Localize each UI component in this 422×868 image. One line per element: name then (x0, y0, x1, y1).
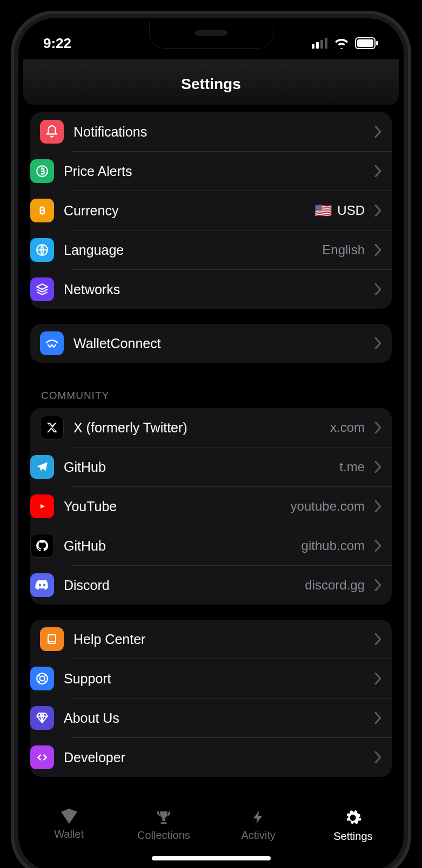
row-value: x.com (330, 420, 365, 435)
wallet-tab-icon (59, 809, 79, 825)
phone-frame: 9:22 Settings Notifications (11, 11, 411, 868)
row-developer[interactable]: Developer (71, 737, 392, 777)
row-value: youtube.com (291, 499, 365, 514)
svg-rect-2 (320, 40, 323, 49)
chevron-right-icon (374, 337, 382, 349)
chevron-right-icon (374, 579, 382, 591)
bitcoin-icon (30, 199, 54, 222)
chevron-right-icon (374, 283, 382, 295)
row-label: Networks (64, 282, 365, 297)
cellular-icon (312, 38, 328, 49)
row-x-twitter[interactable]: X (formerly Twitter) x.com (30, 408, 392, 447)
chevron-right-icon (374, 205, 382, 216)
currency-code: USD (337, 203, 365, 218)
svg-rect-5 (357, 39, 373, 47)
row-value: English (322, 242, 365, 257)
notch (149, 22, 273, 49)
svg-rect-6 (376, 41, 378, 45)
row-youtube[interactable]: YouTube youtube.com (71, 486, 392, 526)
status-time: 9:22 (43, 35, 71, 52)
chevron-right-icon (374, 751, 382, 763)
row-label: Price Alerts (64, 164, 365, 179)
code-icon (30, 745, 54, 769)
gear-tab-icon (344, 809, 362, 827)
row-label: YouTube (64, 499, 281, 514)
header: Settings (23, 59, 399, 105)
row-label: Support (64, 671, 365, 687)
bell-icon (40, 120, 64, 144)
chevron-right-icon (374, 165, 382, 177)
chevron-right-icon (374, 712, 382, 724)
chevron-right-icon (374, 461, 382, 473)
row-discord[interactable]: Discord discord.gg (71, 565, 392, 605)
row-label: GitHub (64, 459, 330, 475)
screen: 9:22 Settings Notifications (22, 22, 400, 868)
globe-icon (30, 238, 54, 262)
page-title: Settings (23, 76, 399, 93)
home-indicator[interactable] (152, 856, 271, 860)
discord-icon (30, 573, 54, 597)
lifebuoy-icon (30, 667, 54, 690)
tab-label: Collections (137, 829, 190, 842)
settings-group-community: X (formerly Twitter) x.com GitHub t.me (30, 408, 392, 605)
chevron-right-icon (374, 244, 382, 256)
content[interactable]: Notifications Price Alerts Currency (22, 105, 400, 803)
youtube-icon (30, 494, 54, 518)
row-label: Language (64, 242, 312, 258)
diamond-icon (30, 706, 54, 730)
trophy-tab-icon (155, 809, 173, 826)
telegram-icon (30, 455, 54, 479)
row-language[interactable]: Language English (71, 230, 392, 269)
row-label: Developer (64, 750, 365, 765)
book-icon (40, 627, 64, 651)
row-label: Notifications (73, 124, 365, 140)
settings-group-help: Help Center Support About Us (30, 620, 392, 777)
row-price-alerts[interactable]: Price Alerts (71, 151, 392, 191)
battery-icon (355, 37, 379, 49)
row-support[interactable]: Support (71, 659, 392, 698)
tab-label: Settings (333, 830, 372, 843)
tab-label: Activity (241, 829, 275, 842)
row-networks[interactable]: Networks (71, 269, 392, 309)
row-currency[interactable]: Currency 🇺🇸 USD (71, 191, 392, 230)
row-label: GitHub (64, 538, 292, 554)
row-label: About Us (64, 710, 365, 726)
status-icons (312, 37, 379, 49)
tab-wallet[interactable]: Wallet (22, 809, 116, 868)
chevron-right-icon (374, 673, 382, 684)
row-label: Discord (64, 578, 295, 593)
row-notifications[interactable]: Notifications (30, 112, 392, 151)
tab-label: Wallet (54, 828, 84, 840)
svg-point-12 (40, 676, 45, 681)
chevron-right-icon (374, 633, 382, 645)
wifi-icon (333, 37, 350, 49)
svg-rect-1 (316, 42, 319, 49)
section-header-community: COMMUNITY (30, 378, 392, 408)
row-github[interactable]: GitHub github.com (71, 526, 392, 565)
row-label: X (formerly Twitter) (73, 420, 320, 436)
github-icon (30, 534, 54, 558)
flag-icon: 🇺🇸 (314, 202, 332, 219)
bitcoin-alert-icon (30, 159, 54, 183)
bolt-tab-icon (251, 809, 266, 826)
row-label: Help Center (73, 632, 365, 647)
layers-icon (30, 277, 54, 301)
chevron-right-icon (374, 126, 382, 138)
row-walletconnect[interactable]: WalletConnect (30, 324, 392, 363)
row-label: WalletConnect (73, 336, 365, 351)
row-label: Currency (64, 203, 305, 219)
walletconnect-icon (40, 331, 64, 355)
tab-settings[interactable]: Settings (306, 809, 400, 868)
row-about-us[interactable]: About Us (71, 698, 392, 737)
settings-group-walletconnect: WalletConnect (30, 324, 392, 363)
row-value: github.com (302, 538, 365, 553)
x-icon (40, 416, 64, 439)
svg-rect-0 (312, 44, 314, 49)
chevron-right-icon (374, 540, 382, 552)
row-value: discord.gg (305, 578, 365, 593)
row-value: t.me (339, 459, 365, 474)
row-telegram[interactable]: GitHub t.me (71, 447, 392, 486)
row-help-center[interactable]: Help Center (30, 620, 392, 659)
settings-group-prefs: Notifications Price Alerts Currency (30, 112, 392, 309)
chevron-right-icon (374, 500, 382, 512)
